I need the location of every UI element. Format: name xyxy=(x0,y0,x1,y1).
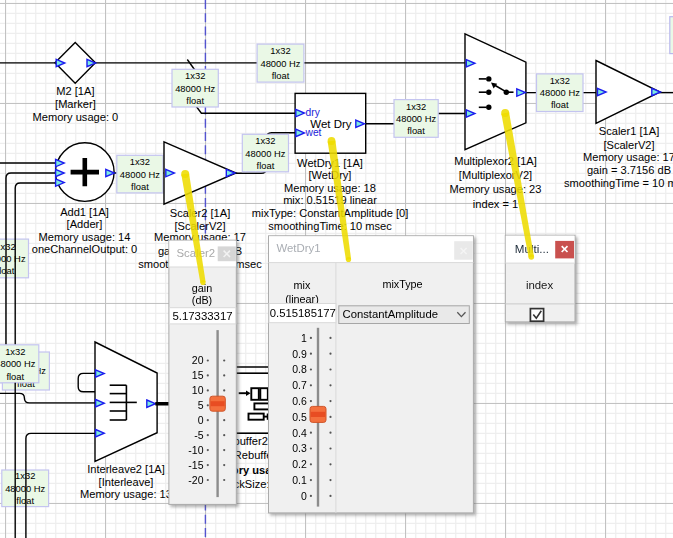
svg-text:48000 Hz: 48000 Hz xyxy=(0,253,26,264)
svg-text:15: 15 xyxy=(192,369,204,381)
svg-text:WetDry1: WetDry1 xyxy=(276,242,320,254)
svg-text:48000 Hz: 48000 Hz xyxy=(0,358,36,369)
svg-text:1x32: 1x32 xyxy=(270,45,290,56)
svg-text:1x32: 1x32 xyxy=(406,101,426,112)
svg-text:gain = 3.7156 dB: gain = 3.7156 dB xyxy=(587,164,671,176)
svg-text:mix: 0.51519 linear: mix: 0.51519 linear xyxy=(283,194,377,206)
svg-text:Memory usage: 13: Memory usage: 13 xyxy=(80,488,172,500)
svg-text:0.515185177: 0.515185177 xyxy=(270,307,336,319)
svg-text:0.5: 0.5 xyxy=(292,411,307,423)
svg-text:[Adder]: [Adder] xyxy=(67,218,103,230)
svg-text:0.4: 0.4 xyxy=(292,427,307,439)
svg-text:float: float xyxy=(272,70,290,81)
svg-text:oneChannelOutput: 0: oneChannelOutput: 0 xyxy=(32,243,137,255)
svg-text:float: float xyxy=(551,99,569,110)
svg-text:5: 5 xyxy=(198,399,204,411)
svg-text:1x32: 1x32 xyxy=(550,75,570,86)
svg-text:[WetDry]: [WetDry] xyxy=(309,169,352,181)
svg-text:[MultiplexorV2]: [MultiplexorV2] xyxy=(459,169,532,181)
svg-text:-5: -5 xyxy=(194,429,203,441)
svg-text:[Marker]: [Marker] xyxy=(55,98,96,110)
svg-text:float: float xyxy=(131,181,149,192)
svg-text:ConstantAmplitude: ConstantAmplitude xyxy=(343,308,438,320)
svg-text:[Interleave]: [Interleave] xyxy=(99,476,154,488)
svg-text:Memory usage: 14: Memory usage: 14 xyxy=(39,231,131,243)
svg-text:48000 Hz: 48000 Hz xyxy=(245,148,285,159)
svg-text:0.6: 0.6 xyxy=(292,395,307,407)
svg-text:20: 20 xyxy=(192,354,204,366)
svg-text:Memory usage: 17: Memory usage: 17 xyxy=(583,151,673,163)
svg-text:index = 1: index = 1 xyxy=(473,198,518,210)
svg-text:float: float xyxy=(186,95,204,106)
svg-text:1x32: 1x32 xyxy=(185,70,205,81)
svg-text:5.17333317: 5.17333317 xyxy=(172,310,232,322)
svg-text:1: 1 xyxy=(301,332,307,344)
svg-text:dry: dry xyxy=(306,107,321,118)
svg-text:0.1: 0.1 xyxy=(292,474,307,486)
svg-text:1x32: 1x32 xyxy=(130,156,150,167)
svg-text:Multiplexor2 [1A]: Multiplexor2 [1A] xyxy=(454,155,537,167)
svg-text:48000 Hz: 48000 Hz xyxy=(260,58,300,69)
svg-text:mixType: ConstantAmplitude [0]: mixType: ConstantAmplitude [0] xyxy=(252,207,409,219)
svg-text:0.7: 0.7 xyxy=(292,379,307,391)
svg-text:48000 Hz: 48000 Hz xyxy=(120,169,160,180)
svg-text:Memory usage: 23: Memory usage: 23 xyxy=(450,183,542,195)
svg-text:float: float xyxy=(257,160,275,171)
svg-text:Wet Dry: Wet Dry xyxy=(310,118,352,130)
svg-text:float: float xyxy=(0,265,15,276)
svg-text:mixType: mixType xyxy=(382,278,422,290)
svg-text:0.2: 0.2 xyxy=(292,458,307,470)
svg-text:48000 Hz: 48000 Hz xyxy=(540,87,580,98)
svg-text:M2 [1A]: M2 [1A] xyxy=(56,85,94,97)
svg-text:Add1 [1A]: Add1 [1A] xyxy=(60,206,109,218)
svg-text:-10: -10 xyxy=(188,444,203,456)
svg-text:48000 Hz: 48000 Hz xyxy=(396,113,436,124)
svg-text:smoothingTime: 10 msec: smoothingTime: 10 msec xyxy=(268,220,392,232)
svg-text:Interleave2 [1A]: Interleave2 [1A] xyxy=(87,463,165,475)
svg-text:[ScalerV2]: [ScalerV2] xyxy=(603,139,654,151)
svg-text:mix: mix xyxy=(294,279,311,291)
svg-text:Scaler2 [1A]: Scaler2 [1A] xyxy=(170,207,230,219)
svg-text:float: float xyxy=(407,125,425,136)
svg-text:index: index xyxy=(526,279,554,291)
svg-text:10: 10 xyxy=(192,384,204,396)
svg-text:0: 0 xyxy=(301,490,307,502)
svg-text:Memory usage: 0: Memory usage: 0 xyxy=(33,111,119,123)
svg-text:-15: -15 xyxy=(188,459,203,471)
svg-text:0.8: 0.8 xyxy=(292,363,307,375)
svg-text:1x32: 1x32 xyxy=(255,135,275,146)
svg-text:48000 Hz: 48000 Hz xyxy=(175,83,215,94)
svg-text:WetDry1 [1A]: WetDry1 [1A] xyxy=(297,157,363,169)
svg-text:float: float xyxy=(6,371,24,382)
svg-text:smoothingTime = 10 msec: smoothingTime = 10 msec xyxy=(564,177,673,189)
svg-text:0.3: 0.3 xyxy=(292,442,307,454)
svg-text:1x32: 1x32 xyxy=(0,241,16,252)
svg-text:(dB): (dB) xyxy=(192,294,212,306)
svg-text:1x32: 1x32 xyxy=(5,346,25,357)
svg-text:Memory usage: 18: Memory usage: 18 xyxy=(284,182,376,194)
svg-text:0: 0 xyxy=(198,414,204,426)
svg-text:-20: -20 xyxy=(188,474,203,486)
svg-text:Scaler1 [1A]: Scaler1 [1A] xyxy=(599,125,659,137)
svg-text:0.9: 0.9 xyxy=(292,348,307,360)
